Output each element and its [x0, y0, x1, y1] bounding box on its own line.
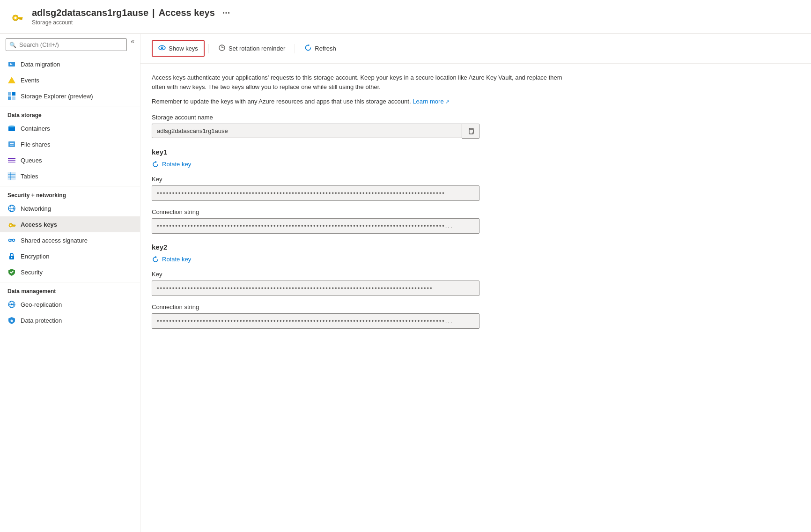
sidebar-item-label: Queues: [21, 157, 42, 164]
sidebar-item-containers[interactable]: Containers: [0, 120, 140, 136]
external-link-icon: ↗: [445, 99, 450, 104]
key1-title: key1: [152, 148, 800, 156]
sidebar-item-label: Networking: [21, 205, 51, 212]
description-2: Remember to update the keys with any Azu…: [152, 97, 573, 106]
sidebar-item-label: Shared access signature: [21, 237, 88, 244]
key1-rotate-button[interactable]: Rotate key: [152, 161, 191, 168]
svg-point-41: [11, 320, 13, 322]
search-input[interactable]: [6, 38, 127, 51]
sidebar-item-storage-explorer[interactable]: Storage Explorer (preview): [0, 88, 140, 104]
sidebar-item-shared-access[interactable]: Shared access signature: [0, 232, 140, 248]
svg-rect-21: [8, 172, 15, 180]
key2-connection-string-label: Connection string: [152, 303, 800, 310]
svg-rect-18: [8, 158, 15, 159]
svg-point-34: [13, 239, 15, 242]
main-layout: 🔍 « Data migration Events: [0, 34, 811, 532]
events-icon: [7, 76, 16, 84]
storage-account-name-row: [152, 124, 479, 139]
sidebar-item-label: Encryption: [21, 253, 49, 260]
sidebar-item-label: Geo-replication: [21, 301, 62, 308]
containers-icon: [7, 124, 16, 133]
collapse-button[interactable]: «: [131, 37, 134, 45]
header-subtitle: Storage account: [32, 19, 230, 26]
svg-rect-17: [10, 145, 14, 146]
sidebar-item-encryption[interactable]: Encryption: [0, 248, 140, 264]
sidebar-item-queues[interactable]: Queues: [0, 152, 140, 168]
svg-rect-9: [8, 92, 11, 96]
sidebar-item-networking[interactable]: Networking: [0, 200, 140, 216]
key2-key-label: Key: [152, 271, 800, 278]
svg-rect-11: [8, 96, 11, 100]
key1-connection-string-value: ••••••••••••••••••••••••••••••••••••••••…: [152, 218, 479, 234]
svg-rect-15: [8, 141, 15, 147]
svg-rect-32: [13, 226, 14, 227]
key2-rotate-button[interactable]: Rotate key: [152, 256, 191, 263]
encryption-icon: [7, 252, 16, 260]
sidebar-item-events[interactable]: Events: [0, 72, 140, 88]
svg-marker-8: [8, 77, 15, 83]
svg-point-14: [8, 126, 15, 127]
svg-point-44: [162, 47, 162, 48]
sidebar-search-section: 🔍 «: [0, 34, 140, 56]
svg-rect-30: [12, 225, 15, 226]
header-ellipsis[interactable]: ···: [222, 7, 230, 18]
sidebar-item-tables[interactable]: Tables: [0, 168, 140, 184]
refresh-button[interactable]: Refresh: [299, 41, 342, 56]
svg-rect-3: [18, 17, 22, 18]
key1-key-value: ••••••••••••••••••••••••••••••••••••••••…: [152, 185, 479, 201]
eye-icon: [158, 44, 166, 53]
sidebar-item-data-migration[interactable]: Data migration: [0, 56, 140, 72]
page-header: adlsg2datascans1rg1ause | Access keys ··…: [0, 0, 811, 34]
section-label-data-storage: Data storage: [0, 106, 140, 120]
content-area: Access keys authenticate your applicatio…: [140, 64, 811, 338]
sidebar-item-file-shares[interactable]: File shares: [0, 136, 140, 152]
svg-rect-10: [12, 92, 15, 96]
key2-key-value: ••••••••••••••••••••••••••••••••••••••••…: [152, 281, 479, 296]
toolbar-divider-2: [295, 44, 295, 53]
geo-replication-icon: [7, 300, 16, 309]
sidebar-item-label: Security: [21, 269, 43, 276]
storage-account-name-input[interactable]: [152, 124, 462, 138]
section-label-data-management: Data management: [0, 282, 140, 296]
learn-more-link[interactable]: Learn more ↗: [413, 98, 450, 105]
shared-access-icon: [7, 236, 16, 244]
svg-point-33: [9, 239, 11, 242]
main-content: Show keys Set rotation reminder Refresh …: [140, 34, 811, 532]
sidebar-item-label: Data protection: [21, 317, 62, 324]
copy-icon: [467, 127, 474, 135]
key1-key-label: Key: [152, 176, 800, 183]
sidebar: 🔍 « Data migration Events: [0, 34, 140, 532]
access-keys-icon: [7, 220, 16, 229]
key2-title: key2: [152, 243, 800, 251]
rotation-icon: [218, 44, 226, 53]
storage-explorer-icon: [7, 92, 16, 100]
set-rotation-button[interactable]: Set rotation reminder: [213, 41, 291, 56]
search-wrapper: 🔍: [6, 38, 127, 51]
key2-section: key2 Rotate key Key ••••••••••••••••••••…: [152, 243, 800, 329]
header-title-block: adlsg2datascans1rg1ause | Access keys ··…: [32, 7, 230, 26]
sidebar-item-security[interactable]: Security: [0, 264, 140, 280]
sidebar-item-geo-replication[interactable]: Geo-replication: [0, 296, 140, 312]
svg-rect-20: [8, 162, 15, 163]
svg-point-36: [11, 257, 13, 259]
sidebar-item-label: File shares: [21, 141, 51, 148]
svg-point-29: [10, 225, 12, 226]
svg-rect-4: [21, 18, 22, 20]
svg-rect-5: [20, 18, 21, 20]
svg-rect-31: [15, 226, 15, 227]
sidebar-item-data-protection[interactable]: Data protection: [0, 312, 140, 328]
sidebar-nav: Data migration Events Storage Explorer (…: [0, 56, 140, 532]
svg-rect-12: [12, 96, 15, 100]
key1-section: key1 Rotate key Key ••••••••••••••••••••…: [152, 148, 800, 234]
sidebar-item-label: Tables: [21, 173, 38, 180]
section-label-security-networking: Security + networking: [0, 186, 140, 200]
sidebar-item-label: Data migration: [21, 61, 60, 68]
show-keys-button[interactable]: Show keys: [152, 40, 205, 57]
data-protection-icon: [7, 316, 16, 325]
search-icon: 🔍: [9, 42, 16, 48]
data-migration-icon: [7, 60, 16, 68]
rotate-key1-icon: [152, 161, 159, 168]
sidebar-item-label: Events: [21, 77, 39, 84]
copy-storage-name-button[interactable]: [462, 124, 479, 139]
sidebar-item-access-keys[interactable]: Access keys: [0, 216, 140, 232]
